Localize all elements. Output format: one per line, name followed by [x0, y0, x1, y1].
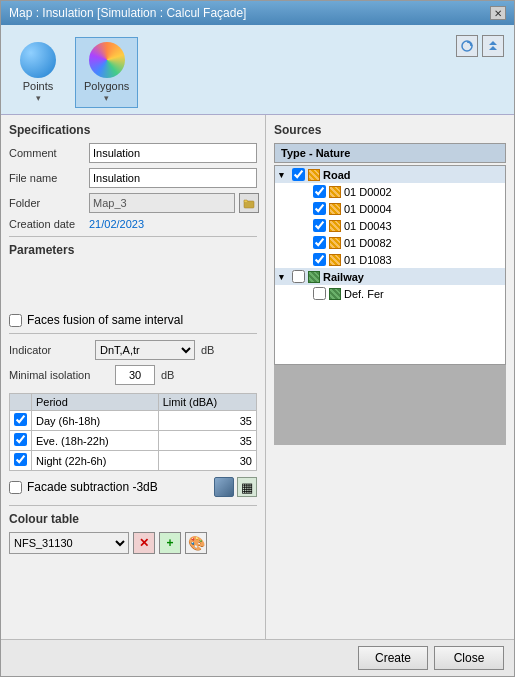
folder-input[interactable]: [89, 193, 235, 213]
road-source-item[interactable]: 01 D0002: [275, 183, 505, 200]
road-item-checkbox[interactable]: [313, 202, 326, 215]
up-button[interactable]: [482, 35, 504, 57]
db-label2: dB: [161, 369, 174, 381]
period-checkbox[interactable]: [14, 453, 27, 466]
railway-icon: [308, 271, 320, 283]
road-item-label: 01 D0082: [344, 237, 392, 249]
road-item-label: 01 D0002: [344, 186, 392, 198]
bottom-bar: Create Close: [1, 639, 514, 676]
road-source-item[interactable]: 01 D0043: [275, 217, 505, 234]
sources-header: Sources: [274, 123, 506, 137]
road-item-icon: [329, 237, 341, 249]
colour-row: NFS_31130 ✕ + 🎨: [9, 532, 257, 554]
indicator-label: Indicator: [9, 344, 89, 356]
facade-icon2: ▦: [237, 477, 257, 497]
limit-cell: 35: [158, 431, 256, 451]
railway-group[interactable]: ▾ Railway: [275, 268, 505, 285]
close-button[interactable]: Close: [434, 646, 504, 670]
road-icon: [308, 169, 320, 181]
road-item-label: 01 D0043: [344, 220, 392, 232]
faces-fusion-row: Faces fusion of same interval: [9, 313, 257, 327]
period-row: Day (6h-18h) 35: [10, 411, 257, 431]
period-cell: Day (6h-18h): [32, 411, 159, 431]
toolbar: Points ▾ Polygons ▾: [1, 25, 514, 115]
filename-input[interactable]: [89, 168, 257, 188]
polygons-label: Polygons: [84, 80, 129, 92]
road-source-item[interactable]: 01 D0004: [275, 200, 505, 217]
road-item-label: 01 D0004: [344, 203, 392, 215]
polygons-button[interactable]: Polygons ▾: [75, 37, 138, 108]
period-row: Eve. (18h-22h) 35: [10, 431, 257, 451]
db-label: dB: [201, 344, 214, 356]
main-content: Specifications Comment File name Folder: [1, 115, 514, 639]
faces-fusion-checkbox[interactable]: [9, 314, 22, 327]
limit-cell: 35: [158, 411, 256, 431]
right-panel: Sources Type - Nature ▾ Road 01 D0002 01…: [266, 115, 514, 639]
limit-cell: 30: [158, 451, 256, 471]
create-button[interactable]: Create: [358, 646, 428, 670]
faces-fusion-label: Faces fusion of same interval: [27, 313, 183, 327]
facade-row: Facade subtraction -3dB ▦: [9, 477, 257, 497]
svg-rect-4: [244, 201, 254, 208]
creation-date: 21/02/2023: [89, 218, 144, 230]
minimal-input[interactable]: [115, 365, 155, 385]
colour-delete-button[interactable]: ✕: [133, 532, 155, 554]
indicator-select[interactable]: DnT,A,tr DnT,A Rw+C Rw+Ctr: [95, 340, 195, 360]
period-row: Night (22h-6h) 30: [10, 451, 257, 471]
road-source-item[interactable]: 01 D1083: [275, 251, 505, 268]
type-nature-header: Type - Nature: [274, 143, 506, 163]
period-cell: Eve. (18h-22h): [32, 431, 159, 451]
road-items: 01 D0002 01 D0004 01 D0043 01 D0082 01 D…: [275, 183, 505, 268]
railway-item-icon: [329, 288, 341, 300]
main-window: Map : Insulation [Simulation : Calcul Fa…: [0, 0, 515, 677]
road-checkbox[interactable]: [292, 168, 305, 181]
railway-arrow: ▾: [279, 272, 289, 282]
road-source-item[interactable]: 01 D0082: [275, 234, 505, 251]
colour-add-button[interactable]: +: [159, 532, 181, 554]
minimal-row: Minimal isolation dB: [9, 365, 257, 385]
period-checkbox[interactable]: [14, 433, 27, 446]
col-period: Period: [32, 394, 159, 411]
refresh-button[interactable]: [456, 35, 478, 57]
left-panel: Specifications Comment File name Folder: [1, 115, 266, 639]
comment-input[interactable]: [89, 143, 257, 163]
colour-header: Colour table: [9, 512, 257, 526]
colour-select[interactable]: NFS_31130: [9, 532, 129, 554]
creation-label: Creation date: [9, 218, 89, 230]
indicator-row: Indicator DnT,A,tr DnT,A Rw+C Rw+Ctr dB: [9, 340, 257, 360]
period-checkbox[interactable]: [14, 413, 27, 426]
road-group[interactable]: ▾ Road: [275, 166, 505, 183]
colour-section: Colour table NFS_31130 ✕ + 🎨: [9, 512, 257, 554]
road-item-icon: [329, 254, 341, 266]
points-arrow: ▾: [36, 93, 41, 103]
filename-label: File name: [9, 172, 89, 184]
svg-marker-2: [489, 41, 497, 45]
road-item-checkbox[interactable]: [313, 253, 326, 266]
railway-label: Railway: [323, 271, 364, 283]
folder-controls: [89, 193, 259, 213]
folder-row: Folder: [9, 193, 257, 213]
facade-checkbox[interactable]: [9, 481, 22, 494]
close-button[interactable]: ✕: [490, 6, 506, 20]
col-limit: Limit (dBA): [158, 394, 256, 411]
source-tree: ▾ Road 01 D0002 01 D0004 01 D0043 01 D00…: [274, 165, 506, 365]
railway-checkbox[interactable]: [292, 270, 305, 283]
svg-marker-3: [489, 46, 497, 50]
folder-browse-button[interactable]: [239, 193, 259, 213]
parameters-section: Parameters Faces fusion of same interval…: [9, 243, 257, 554]
facade-icons: ▦: [214, 477, 257, 497]
road-label: Road: [323, 169, 351, 181]
facade-icon1: [214, 477, 234, 497]
parameters-header: Parameters: [9, 243, 257, 257]
road-item-checkbox[interactable]: [313, 219, 326, 232]
points-button[interactable]: Points ▾: [11, 37, 65, 108]
title-bar-buttons: ✕: [490, 6, 506, 20]
road-item-icon: [329, 186, 341, 198]
colour-palette-button[interactable]: 🎨: [185, 532, 207, 554]
railway-source-item[interactable]: Def. Fer: [275, 285, 505, 302]
railway-item-checkbox[interactable]: [313, 287, 326, 300]
road-item-checkbox[interactable]: [313, 236, 326, 249]
facade-label: Facade subtraction -3dB: [27, 480, 158, 494]
road-item-checkbox[interactable]: [313, 185, 326, 198]
points-icon: [20, 42, 56, 78]
